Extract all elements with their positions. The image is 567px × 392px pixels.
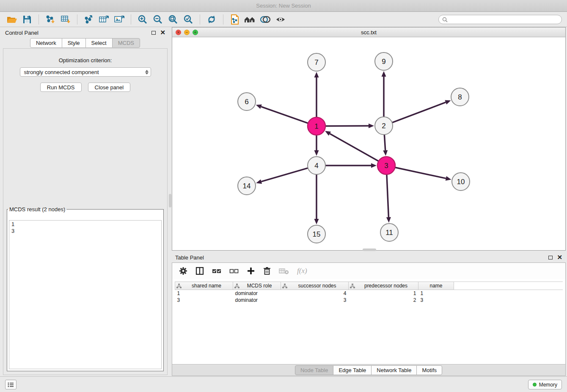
column-header-predecessor-nodes[interactable]: predecessor nodes [349, 282, 418, 290]
save-session-icon[interactable] [20, 14, 34, 25]
cell-mcds-role[interactable]: dominator [233, 290, 281, 297]
cell-predecessor-nodes[interactable]: 1 [349, 290, 418, 297]
close-panel-icon[interactable]: ✕ [160, 30, 165, 35]
table-panel: Table Panel ✕ [172, 252, 566, 376]
zoom-selected-icon[interactable] [182, 14, 195, 25]
graph-edge-arrow [256, 105, 262, 109]
float-panel-icon[interactable] [151, 31, 156, 35]
column-layout-icon[interactable] [195, 267, 204, 275]
task-history-button[interactable] [5, 380, 17, 389]
table-row[interactable]: 1 dominator 4 1 1 [175, 290, 563, 297]
graph-edge-1-6[interactable] [261, 107, 308, 123]
export-table-icon[interactable] [97, 14, 111, 25]
graph-edge-4-14[interactable] [261, 168, 308, 182]
cell-predecessor-nodes[interactable]: 2 [349, 297, 418, 304]
eye-icon[interactable] [274, 14, 287, 25]
delete-column-icon[interactable] [263, 267, 271, 275]
select-all-icon[interactable] [212, 268, 221, 274]
refresh-layout-icon[interactable] [205, 14, 218, 25]
graph-node-label: 15 [313, 230, 321, 238]
graph-edge-1-2[interactable] [325, 126, 369, 126]
mcds-result-label: MCDS result (2 nodes) [8, 206, 66, 213]
graph-node-label: 6 [245, 98, 248, 106]
tab-style[interactable]: Style [62, 38, 86, 48]
cell-name[interactable]: 3 [418, 297, 454, 304]
graph-edge-3-10[interactable] [395, 167, 446, 178]
graph-edge-arrow [369, 124, 374, 128]
graph-edge-arrow [371, 163, 377, 168]
column-header-mcds-role[interactable]: MCDS role [233, 282, 281, 290]
table-header-filler [454, 282, 563, 290]
cell-mcds-role[interactable]: dominator [233, 297, 281, 304]
table-panel-title: Table Panel [175, 254, 204, 261]
control-panel-title: Control Panel [5, 30, 39, 36]
column-header-shared-name[interactable]: shared name [175, 282, 233, 290]
cell-shared-name[interactable]: 3 [175, 297, 233, 304]
frame-close-button[interactable]: × [176, 30, 181, 35]
graph-edge-arrow [446, 176, 451, 181]
delete-table-icon[interactable] [279, 267, 289, 275]
criterion-select[interactable]: strongly connected component [20, 67, 151, 77]
splitter-handle-horizontal[interactable] [363, 248, 376, 251]
tab-edge-table[interactable]: Edge Table [333, 365, 372, 375]
splitter-handle-vertical[interactable] [169, 194, 171, 207]
column-header-successor-nodes[interactable]: successor nodes [281, 282, 349, 290]
float-panel-icon[interactable] [548, 256, 553, 259]
graph-node-label: 1 [314, 122, 318, 130]
zoom-in-icon[interactable] [136, 14, 149, 25]
search-input[interactable] [450, 17, 558, 22]
tab-select[interactable]: Select [85, 38, 113, 48]
optimization-criterion-label: Optimization criterion: [3, 57, 167, 63]
cell-name[interactable]: 1 [418, 290, 454, 297]
graph-edge-2-8[interactable] [392, 102, 446, 123]
import-table-icon[interactable] [59, 14, 72, 25]
zoom-out-icon[interactable] [151, 14, 165, 25]
style-icon[interactable] [259, 14, 272, 25]
graph-node-label: 8 [458, 93, 462, 101]
graph-edge-3-11[interactable] [387, 174, 388, 217]
home-icon[interactable] [243, 14, 257, 25]
frame-maximize-button[interactable]: + [193, 30, 198, 35]
control-panel-header: Control Panel ✕ [1, 27, 169, 38]
cell-shared-name[interactable]: 1 [175, 290, 233, 297]
memory-button[interactable]: Memory [528, 380, 562, 389]
graph-node-label: 2 [382, 122, 385, 130]
column-header-name[interactable]: name [418, 282, 454, 290]
table-row[interactable]: 3 dominator 3 2 3 [175, 297, 563, 304]
cell-successor-nodes[interactable]: 4 [281, 290, 349, 297]
close-panel-button[interactable]: Close panel [88, 83, 131, 92]
cell-successor-nodes[interactable]: 3 [281, 297, 349, 304]
close-panel-icon[interactable]: ✕ [557, 255, 562, 259]
attribute-icon [350, 284, 355, 288]
frame-minimize-button[interactable]: − [184, 30, 190, 35]
open-folder-icon[interactable] [5, 14, 19, 25]
tab-network[interactable]: Network [30, 38, 62, 48]
chevron-up-down-icon [145, 70, 149, 75]
network-graph[interactable]: 7968124314101511 [172, 37, 565, 250]
tab-node-table[interactable]: Node Table [295, 365, 334, 375]
control-panel: Control Panel ✕ Network Style Select MCD… [1, 27, 169, 376]
run-mcds-button[interactable]: Run MCDS [40, 83, 82, 92]
cell-filler [454, 297, 563, 304]
import-network-icon[interactable] [44, 14, 57, 25]
session-doc-icon[interactable] [228, 14, 242, 25]
graph-edge-3-1[interactable] [330, 134, 378, 161]
tab-network-table[interactable]: Network Table [371, 365, 417, 375]
function-builder-icon[interactable]: f(x) [297, 267, 307, 275]
graph-edge-arrow [386, 217, 391, 223]
graph-node-label: 4 [314, 162, 318, 170]
export-image-icon[interactable] [113, 14, 126, 25]
toolbar-separator [39, 14, 39, 25]
add-column-icon[interactable] [247, 267, 255, 275]
graph-edge-2-3[interactable] [384, 135, 385, 150]
tab-mcds[interactable]: MCDS [112, 38, 140, 48]
zoom-fit-icon[interactable] [166, 14, 180, 25]
mcds-panel-body: Optimization criterion: strongly connect… [3, 48, 168, 375]
gear-icon[interactable] [179, 267, 187, 275]
tab-motifs[interactable]: Motifs [416, 365, 442, 375]
graph-edge-arrow [256, 179, 262, 184]
main-toolbar [0, 12, 567, 27]
deselect-all-icon[interactable] [229, 268, 239, 274]
network-view-frame: × − + scc.txt 7968124314101511 [172, 27, 566, 251]
export-network-icon[interactable] [82, 14, 96, 25]
